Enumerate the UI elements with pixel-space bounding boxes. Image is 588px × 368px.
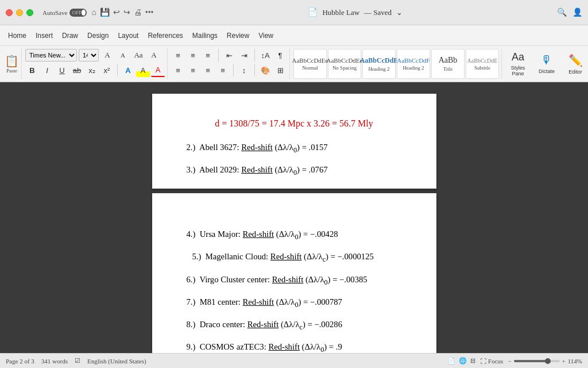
justify-button[interactable]: ≡ xyxy=(216,63,230,77)
style-h1-preview: AaBbCcDdE xyxy=(360,56,399,65)
profile-icon[interactable]: 👤 xyxy=(572,7,582,17)
redshift-link-3[interactable]: Red-shift xyxy=(241,165,273,174)
maximize-button[interactable] xyxy=(26,9,33,16)
bullets-button[interactable]: ≡ xyxy=(171,48,185,62)
redshift-link-5[interactable]: Red-shift xyxy=(270,252,302,261)
font-size-select[interactable]: 14 xyxy=(79,49,99,62)
show-marks-button[interactable]: ¶ xyxy=(273,48,287,62)
increase-indent-button[interactable]: ⇥ xyxy=(237,48,251,62)
more-icon[interactable]: ••• xyxy=(145,8,154,17)
clear-format-icon[interactable]: A xyxy=(147,48,161,62)
tab-mailings[interactable]: Mailings xyxy=(189,29,221,43)
redshift-link-2[interactable]: Red-shift xyxy=(241,143,273,152)
language[interactable]: English (United States) xyxy=(87,358,146,365)
minimize-button[interactable] xyxy=(16,9,23,16)
autosave-label: AutoSave xyxy=(42,9,67,16)
style-heading2[interactable]: AaBbCcDdF Heading 2 xyxy=(397,49,430,79)
shading-button[interactable]: 🎨 xyxy=(258,63,272,77)
word-count: 341 words xyxy=(41,358,68,365)
focus-button[interactable]: ⛶ Focus xyxy=(480,358,503,365)
numbering-button[interactable]: ≡ xyxy=(186,48,200,62)
zoom-slider[interactable] xyxy=(514,360,560,362)
style-nospace[interactable]: AaBbCcDdEe No Spacing xyxy=(328,49,361,79)
redshift-link-4[interactable]: Red-shift xyxy=(243,229,274,239)
title-bar: AutoSave OFF ⌂ 💾 ↩ ↪ 🖨 ••• 📄 Hubble Law … xyxy=(0,0,588,25)
editor-icon: ✏️ xyxy=(568,53,583,67)
editor-button[interactable]: ✏️ Editor xyxy=(563,49,588,79)
italic-button[interactable]: I xyxy=(40,63,54,77)
align-right-button[interactable]: ≡ xyxy=(201,63,215,77)
ribbon-tabs: Home Insert Draw Design Layout Reference… xyxy=(0,25,588,46)
strikethrough-button[interactable]: ab xyxy=(70,63,84,77)
sort-button[interactable]: ↕A xyxy=(258,48,272,62)
tab-review[interactable]: Review xyxy=(223,29,253,43)
styles-pane-button[interactable]: Aa Styles Pane xyxy=(505,49,531,79)
title-center: 📄 Hubble Law — Saved ⌄ xyxy=(154,7,557,17)
align-center-button[interactable]: ≡ xyxy=(186,63,200,77)
page2-item-9: 9.) COSMOS azTEC3: Red-shift (Δλ/λ0) = .… xyxy=(187,340,402,353)
style-subtitle-preview: AaBbCcDdE xyxy=(467,57,498,64)
dictate-button[interactable]: 🎙 Dictate xyxy=(534,49,559,79)
document-icon: 📄 xyxy=(308,7,318,17)
highlight-color-button[interactable]: A xyxy=(136,63,150,77)
close-button[interactable] xyxy=(6,9,13,16)
tab-draw[interactable]: Draw xyxy=(59,29,82,43)
text-effects-button[interactable]: A xyxy=(121,63,135,77)
zoom-controls: − + 114% xyxy=(508,358,582,365)
subscript-button[interactable]: x₂ xyxy=(85,63,99,77)
borders-button[interactable]: ⊞ xyxy=(273,63,287,77)
microphone-icon: 🎙 xyxy=(541,53,552,67)
title-bar-left: AutoSave OFF ⌂ 💾 ↩ ↪ 🖨 ••• xyxy=(6,7,154,17)
style-title[interactable]: AaBb Title xyxy=(431,49,465,79)
font-name-select[interactable]: Times New... xyxy=(25,49,77,62)
font-color-button[interactable]: A xyxy=(151,63,165,77)
web-view-icon[interactable]: 🌐 xyxy=(459,357,467,365)
autosave-area: AutoSave OFF xyxy=(42,9,87,17)
proofing-icon[interactable]: ☑ xyxy=(75,357,80,365)
page1-item-3: 3.) Abell 2029: Red-shift (Δλ/λ0) = .076… xyxy=(187,163,402,178)
tab-home[interactable]: Home xyxy=(5,29,30,43)
redshift-link-9[interactable]: Red-shift xyxy=(268,342,300,351)
outline-view-icon[interactable]: ⊟ xyxy=(470,357,475,365)
shrink-font-icon[interactable]: A xyxy=(116,48,130,62)
status-bar: Page 2 of 3 341 words ☑ English (United … xyxy=(0,353,588,368)
align-left-button[interactable]: ≡ xyxy=(171,63,185,77)
print-view-icon[interactable]: 📄 xyxy=(447,357,455,365)
tab-view[interactable]: View xyxy=(255,29,277,43)
traffic-lights xyxy=(6,9,33,16)
save-icon[interactable]: 💾 xyxy=(100,7,110,17)
superscript-button[interactable]: x² xyxy=(100,63,114,77)
multilevel-list-button[interactable]: ≡ xyxy=(201,48,215,62)
underline-button[interactable]: U xyxy=(55,63,69,77)
undo-icon[interactable]: ↩ xyxy=(113,7,120,17)
home-icon[interactable]: ⌂ xyxy=(91,8,96,17)
tab-layout[interactable]: Layout xyxy=(114,29,142,43)
style-subtitle[interactable]: AaBbCcDdE Subtitle xyxy=(466,49,499,79)
page-1: d = 1308/75 = 17.4 Mpc x 3.26 = 56.7 Mly… xyxy=(152,94,436,189)
tab-design[interactable]: Design xyxy=(84,29,112,43)
style-normal[interactable]: AaBbCcDdEe Normal xyxy=(293,49,327,79)
zoom-plus-button[interactable]: + xyxy=(562,358,566,365)
style-subtitle-label: Subtitle xyxy=(474,65,490,71)
grow-font-icon[interactable]: A xyxy=(100,48,114,62)
redshift-link-6[interactable]: Red-shift xyxy=(272,275,304,284)
bold-button[interactable]: B xyxy=(25,63,39,77)
toggle-knob xyxy=(82,10,86,16)
search-icon[interactable]: 🔍 xyxy=(557,7,567,17)
zoom-minus-button[interactable]: − xyxy=(508,358,511,365)
tab-insert[interactable]: Insert xyxy=(32,29,56,43)
style-heading1[interactable]: AaBbCcDdE Heading 2 xyxy=(362,49,396,79)
content-area[interactable]: d = 1308/75 = 17.4 Mpc x 3.26 = 56.7 Mly… xyxy=(0,82,588,353)
redshift-link-8[interactable]: Red-shift xyxy=(247,320,279,329)
redshift-link-7[interactable]: Red-shift xyxy=(243,297,274,306)
font-row1: Times New... 14 A A Aa A xyxy=(25,48,165,62)
autosave-toggle[interactable]: OFF xyxy=(69,9,87,17)
title-caret[interactable]: ⌄ xyxy=(396,8,403,17)
line-spacing-button[interactable]: ↕ xyxy=(237,63,251,77)
decrease-indent-button[interactable]: ⇤ xyxy=(222,48,236,62)
font-row2: B I U ab x₂ x² A A A xyxy=(25,63,165,77)
tab-references[interactable]: References xyxy=(144,29,186,43)
change-case-icon[interactable]: Aa xyxy=(131,48,145,62)
print-icon[interactable]: 🖨 xyxy=(134,8,142,17)
redo-icon[interactable]: ↪ xyxy=(123,7,130,17)
